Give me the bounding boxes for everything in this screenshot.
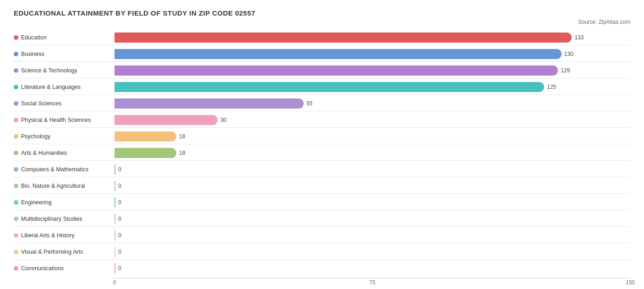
bar-row: Literature & Languages125 [14,79,630,95]
bar-track: 133 [115,33,630,43]
bar-fill [115,115,218,125]
bar-dot-icon [14,250,18,254]
bar-row: Liberal Arts & History0 [14,228,630,243]
bar-area: 0 [115,195,630,210]
x-axis-tick: 0 [113,279,116,286]
bar-track: 129 [115,65,630,76]
bar-value-label: 0 [118,216,121,222]
bar-label: Social Sciences [14,100,115,107]
bar-track: 0 [115,181,630,191]
bar-area: 0 [115,228,630,243]
bar-dot-icon [14,68,18,73]
bar-fill [115,164,115,174]
bars-wrapper: Education133Business130Science & Technol… [14,30,630,276]
bar-row: Communications0 [14,261,630,276]
bar-label: Engineering [14,199,115,206]
bar-dot-icon [14,217,18,221]
bar-track: 0 [115,230,630,240]
bar-track: 130 [115,49,630,59]
bar-label: Business [14,51,115,57]
x-axis [115,278,630,278]
bar-dot-icon [14,101,18,106]
bar-area: 18 [115,145,630,160]
chart-title: EDUCATIONAL ATTAINMENT BY FIELD OF STUDY… [14,9,630,17]
bar-row: Engineering0 [14,195,630,210]
bar-label: Communications [14,265,115,272]
bar-fill [115,181,115,191]
bar-track: 0 [115,263,630,273]
source-label: Source: ZipAtlas.com [14,19,630,25]
bar-area: 0 [115,178,630,193]
bar-label-text: Multidisciplinary Studies [21,216,82,222]
bar-fill [115,263,115,273]
bar-area: 0 [115,211,630,226]
x-axis-tick: 75 [369,279,375,286]
bar-value-label: 18 [179,133,185,140]
bar-dot-icon [14,266,18,271]
bar-area: 0 [115,261,630,276]
bar-fill [115,33,572,43]
bar-fill [115,65,558,76]
bar-area: 0 [115,244,630,259]
bar-dot-icon [14,151,18,155]
bar-value-label: 0 [118,249,121,255]
bar-row: Education133 [14,30,630,45]
bar-dot-icon [14,85,18,89]
bar-label-text: Visual & Performing Arts [21,249,83,255]
bar-row: Social Sciences55 [14,96,630,111]
bar-row: Science & Technology129 [14,63,630,78]
bar-fill [115,148,176,158]
bar-area: 18 [115,129,630,144]
bar-label: Arts & Humanities [14,150,115,156]
bar-label-text: Psychology [21,133,50,140]
x-axis-tick: 150 [626,279,635,286]
bar-track: 30 [115,115,630,125]
bar-track: 18 [115,131,630,142]
bar-label-text: Communications [21,265,64,272]
bar-dot-icon [14,134,18,139]
bar-label-text: Bio, Nature & Agricultural [21,183,85,189]
bar-row: Bio, Nature & Agricultural0 [14,178,630,194]
bar-row: Visual & Performing Arts0 [14,244,630,260]
bar-value-label: 0 [118,199,121,206]
bar-fill [115,98,304,109]
bar-label: Visual & Performing Arts [14,249,115,255]
bar-label-text: Engineering [21,199,52,206]
bar-track: 0 [115,214,630,224]
bar-row: Multidisciplinary Studies0 [14,211,630,227]
bar-dot-icon [14,184,18,188]
bar-label: Psychology [14,133,115,140]
bar-row: Physical & Health Sciences30 [14,112,630,128]
bar-track: 0 [115,247,630,257]
bar-label-text: Physical & Health Sciences [21,117,91,123]
bar-track: 0 [115,197,630,207]
bar-track: 55 [115,98,630,109]
bar-row: Business130 [14,46,630,62]
bar-value-label: 133 [574,34,584,41]
bar-label-text: Education [21,34,47,41]
bar-label: Science & Technology [14,67,115,74]
bar-label-text: Computers & Mathematics [21,166,88,173]
x-axis-labels: 075150 [115,279,630,289]
bar-label: Education [14,34,115,41]
bar-label: Multidisciplinary Studies [14,216,115,222]
bar-row: Computers & Mathematics0 [14,162,630,177]
bar-label: Computers & Mathematics [14,166,115,173]
bar-area: 55 [115,96,630,111]
bar-value-label: 0 [118,265,121,272]
bar-label-text: Literature & Languages [21,84,81,90]
bar-value-label: 30 [220,117,226,123]
bar-dot-icon [14,52,18,56]
bar-area: 129 [115,63,630,78]
bar-label-text: Business [21,51,44,57]
bar-label-text: Science & Technology [21,67,77,74]
bar-value-label: 130 [564,51,573,57]
bar-label-text: Arts & Humanities [21,150,67,156]
bar-track: 18 [115,148,630,158]
bar-area: 133 [115,30,630,45]
bar-fill [115,197,115,207]
bar-label-text: Social Sciences [21,100,61,107]
bar-value-label: 125 [547,84,556,90]
bar-label: Literature & Languages [14,84,115,90]
bar-fill [115,230,115,240]
